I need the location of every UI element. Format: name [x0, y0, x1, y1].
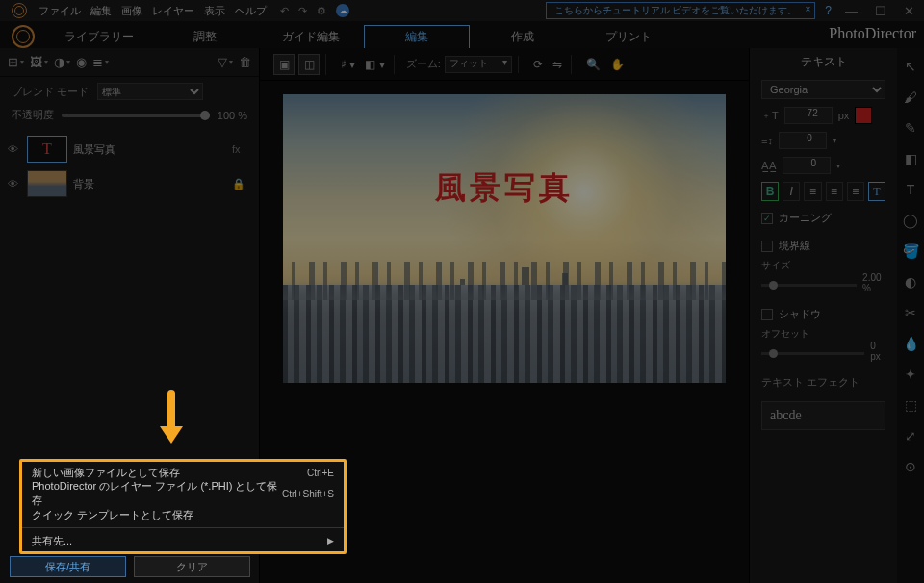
menu-shortcut: Ctrl+Shift+S [282, 489, 334, 499]
pen-tool-icon[interactable]: ✎ [905, 119, 916, 137]
italic-button[interactable]: I [783, 182, 800, 201]
more-icon[interactable]: ≣ [92, 55, 109, 69]
menu-view[interactable]: 表示 [204, 4, 225, 18]
layers-toolbar: ⊞ 🖼 ◑ ◉ ≣ ▽ 🗑 [0, 48, 259, 77]
effects-tool-icon[interactable]: ✦ [905, 366, 916, 383]
align-left-button[interactable]: ≡ [804, 182, 821, 201]
tab-adjust[interactable]: 調整 [152, 25, 258, 48]
tab-library[interactable]: ライブラリー [46, 25, 152, 48]
clone-tool-icon[interactable]: ⊙ [905, 458, 916, 475]
text-effect-preview[interactable]: abcde [761, 401, 886, 430]
opacity-label: 不透明度 [12, 108, 54, 122]
save-share-menu: 新しい画像ファイルとして保存 Ctrl+E PhotoDirector のレイヤ… [19, 459, 346, 554]
minimize-button[interactable]: — [841, 4, 861, 18]
fill-tool-icon[interactable]: 🪣 [903, 242, 919, 260]
filter-icon[interactable]: ▽ [218, 55, 233, 69]
title-bar: ファイル 編集 画像 レイヤー 表示 ヘルプ ↶ ↷ ⚙ ☁ こちらからチュート… [0, 0, 924, 21]
snap-icon[interactable]: ◧ ▾ [362, 55, 387, 74]
layer-thumbnail [27, 170, 67, 197]
tracking-input[interactable]: 0 [783, 157, 831, 174]
undo-icon[interactable]: ↶ [280, 5, 289, 17]
offset-slider[interactable] [761, 352, 864, 355]
opacity-slider[interactable] [62, 114, 210, 117]
menu-save-quick-template[interactable]: クイック テンプレートとして保存 [22, 504, 344, 525]
menu-layer[interactable]: レイヤー [152, 4, 194, 18]
move-tool-icon[interactable]: ↖ [905, 58, 916, 75]
kerning-label: カーニング [779, 211, 832, 225]
gradient-tool-icon[interactable]: ◐ [905, 273, 916, 291]
crop-tool-icon[interactable]: ✂ [905, 304, 916, 321]
add-image-icon[interactable]: 🖼 [30, 55, 48, 69]
trash-icon[interactable]: 🗑 [239, 55, 251, 69]
leading-icon: ≡↕ [761, 135, 773, 146]
fx-icon[interactable]: fx [232, 143, 251, 155]
font-family-select[interactable]: Georgia [761, 80, 886, 99]
clear-button[interactable]: クリア [134, 556, 250, 577]
brush-tool-icon[interactable]: 🖌 [904, 89, 917, 106]
canvas-text-layer[interactable]: 風景写真 [283, 167, 726, 210]
blur-tool-icon[interactable]: 💧 [903, 335, 919, 352]
blend-mode-select[interactable]: 標準 [97, 83, 203, 100]
settings-icon[interactable]: ⚙ [317, 5, 326, 17]
view-single-icon[interactable]: ◫ [298, 54, 320, 75]
eyedropper-tool-icon[interactable]: ⤢ [905, 427, 916, 444]
shadow-checkbox[interactable] [761, 309, 773, 320]
tab-guided[interactable]: ガイド編集 [258, 25, 364, 48]
font-color-swatch[interactable] [855, 107, 872, 124]
close-icon[interactable]: × [805, 4, 810, 14]
menu-image[interactable]: 画像 [121, 4, 142, 18]
align-center-button[interactable]: ≡ [826, 182, 843, 201]
visibility-icon[interactable]: 👁 [8, 143, 21, 155]
visibility-icon[interactable]: 👁 [8, 178, 21, 190]
lock-icon: 🔒 [232, 178, 251, 190]
zoom-tool-icon[interactable]: 🔍 [583, 55, 603, 74]
zoom-select[interactable]: フィット ▾ [445, 56, 512, 73]
help-icon[interactable]: ? [825, 4, 832, 17]
close-button[interactable]: ✕ [900, 4, 918, 18]
menu-item-label: クイック テンプレートとして保存 [32, 508, 193, 522]
border-checkbox[interactable] [761, 241, 773, 252]
app-logo-small [0, 3, 38, 18]
shape-tool-icon[interactable]: ◯ [903, 212, 918, 229]
flip-icon[interactable]: ⇋ [550, 55, 565, 74]
kerning-checkbox[interactable]: ✓ [761, 213, 773, 224]
redo-icon[interactable]: ↷ [298, 5, 307, 17]
menu-help[interactable]: ヘルプ [235, 4, 267, 18]
selection-tool-icon[interactable]: ⬚ [905, 396, 917, 414]
cloud-icon[interactable]: ☁ [336, 4, 349, 17]
layer-name: 背景 [73, 177, 226, 191]
menu-edit[interactable]: 編集 [90, 4, 112, 18]
mask-icon[interactable]: ◑ [54, 55, 70, 69]
layer-list: 👁 T 風景写真 fx 👁 背景 🔒 [0, 130, 259, 207]
grid-icon[interactable]: ♯ ▾ [338, 55, 358, 74]
eraser-tool-icon[interactable]: ◧ [905, 150, 917, 167]
text-tool-button[interactable]: T [868, 182, 886, 201]
tutorial-banner[interactable]: こちらからチュートリアル ビデオをご覧いただけます。 × [546, 2, 816, 19]
align-right-button[interactable]: ≡ [847, 182, 864, 201]
view-original-icon[interactable]: ▣ [273, 54, 295, 75]
font-size-input[interactable]: 72 [784, 107, 833, 124]
layer-row[interactable]: 👁 背景 🔒 [8, 168, 251, 199]
bold-button[interactable]: B [761, 182, 779, 201]
add-layer-icon[interactable]: ⊞ [8, 55, 24, 69]
menu-save-phi[interactable]: PhotoDirector のレイヤー ファイル (*.PHI) として保存 C… [22, 483, 344, 504]
tab-edit[interactable]: 編集 [364, 25, 470, 48]
leading-input[interactable]: 0 [779, 132, 827, 149]
menu-file[interactable]: ファイル [38, 4, 81, 18]
layer-name: 風景写真 [73, 142, 226, 157]
canvas[interactable]: 風景写真 [283, 94, 726, 383]
tab-print[interactable]: プリント [576, 25, 681, 48]
rotate-icon[interactable]: ⟳ [530, 55, 546, 74]
tab-create[interactable]: 作成 [470, 25, 576, 48]
layer-row[interactable]: 👁 T 風景写真 fx [8, 134, 251, 165]
layer-thumbnail: T [27, 136, 67, 163]
adjustment-icon[interactable]: ◉ [76, 55, 87, 69]
border-size-slider[interactable] [761, 284, 857, 287]
menu-share-to[interactable]: 共有先... [22, 530, 344, 551]
save-share-button[interactable]: 保存/共有 [10, 556, 126, 577]
tracking-icon: A̲A̲ [761, 160, 777, 172]
maximize-button[interactable]: ☐ [871, 4, 890, 18]
text-panel: テキスト Georgia ﹢T 72 px ≡↕ 0 ▾ A̲A̲ 0 ▾ [749, 48, 924, 583]
text-tool-icon[interactable]: T [907, 181, 915, 198]
pan-tool-icon[interactable]: ✋ [607, 55, 628, 74]
